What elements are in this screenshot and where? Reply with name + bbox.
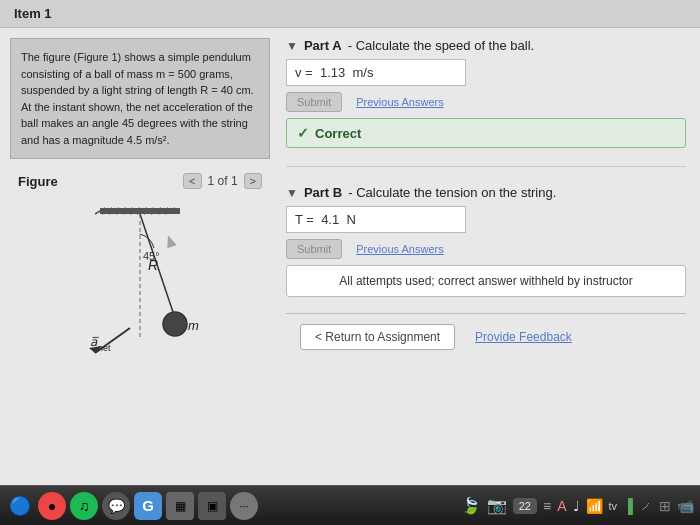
all-attempts-label: All attempts used; correct answer withhe…	[339, 274, 632, 288]
taskbar-icon-menu1: ≡	[543, 498, 551, 514]
taskbar: 🔵 ● ♫ 💬 G ▦ ▣ ··· 🍃 📷 22 ≡ A ♩ 📶 tv ▐ ⟋ …	[0, 485, 700, 525]
figure-nav-current: 1 of 1	[208, 174, 238, 188]
figure-area: Figure < 1 of 1 >	[10, 169, 270, 475]
taskbar-icon-a: A	[557, 498, 566, 514]
taskbar-icon-wifi: 📶	[586, 498, 603, 514]
content-area: The figure (Figure 1) shows a simple pen…	[0, 28, 700, 485]
part-a-description: - Calculate the speed of the ball.	[348, 38, 534, 53]
return-to-assignment-btn[interactable]: < Return to Assignment	[300, 324, 455, 350]
taskbar-icon-chrome[interactable]: ●	[38, 492, 66, 520]
part-b-arrow: ▼	[286, 186, 298, 200]
part-a-prev-answers-link[interactable]: Previous Answers	[356, 96, 443, 108]
section-divider	[286, 166, 686, 167]
part-b-answer-input[interactable]	[286, 206, 466, 233]
taskbar-icon-leaf: 🍃	[461, 496, 481, 515]
taskbar-right: 🍃 📷 22 ≡ A ♩ 📶 tv ▐ ⟋ ⊞ 📹	[461, 496, 694, 515]
part-a-section: ▼ Part A - Calculate the speed of the ba…	[286, 38, 686, 148]
taskbar-icon-slash: ⟋	[639, 498, 653, 514]
taskbar-icon-apps1[interactable]: ▦	[166, 492, 194, 520]
problem-text: The figure (Figure 1) shows a simple pen…	[10, 38, 270, 159]
svg-rect-0	[100, 208, 180, 214]
taskbar-icon-apps2[interactable]: ▣	[198, 492, 226, 520]
part-a-arrow: ▼	[286, 39, 298, 53]
figure-nav: < 1 of 1 >	[183, 173, 262, 189]
svg-point-16	[163, 312, 187, 336]
taskbar-icon-bars: ▐	[623, 498, 633, 514]
part-b-section: ▼ Part B - Calculate the tension on the …	[286, 185, 686, 297]
part-b-description: - Calculate the tension on the string.	[348, 185, 556, 200]
svg-text:m: m	[188, 318, 199, 333]
item-label: Item 1	[14, 6, 52, 21]
provide-feedback-link[interactable]: Provide Feedback	[475, 330, 572, 344]
part-a-submit-btn[interactable]: Submit	[286, 92, 342, 112]
figure-prev-btn[interactable]: <	[183, 173, 201, 189]
part-b-submit-btn[interactable]: Submit	[286, 239, 342, 259]
part-a-answer-row	[286, 59, 686, 86]
part-b-title: Part B	[304, 185, 342, 200]
taskbar-icon-messages[interactable]: 💬	[102, 492, 130, 520]
figure-label: Figure	[18, 174, 58, 189]
taskbar-icon-camera2: 📹	[677, 498, 694, 514]
left-panel: The figure (Figure 1) shows a simple pen…	[10, 38, 270, 475]
part-b-submit-row: Submit Previous Answers	[286, 239, 686, 259]
svg-text:45°: 45°	[143, 250, 160, 262]
svg-text:net: net	[98, 343, 111, 353]
taskbar-icon-photo: 📷	[487, 496, 507, 515]
all-attempts-banner: All attempts used; correct answer withhe…	[286, 265, 686, 297]
part-a-header: ▼ Part A - Calculate the speed of the ba…	[286, 38, 686, 53]
figure-label-row: Figure < 1 of 1 >	[10, 169, 270, 193]
main-content: Item 1 The figure (Figure 1) shows a sim…	[0, 0, 700, 485]
part-a-submit-row: Submit Previous Answers	[286, 92, 686, 112]
correct-label: Correct	[315, 126, 361, 141]
taskbar-icon-music: ♩	[573, 498, 580, 514]
part-b-answer-row	[286, 206, 686, 233]
correct-check-icon: ✓	[297, 125, 309, 141]
action-row: < Return to Assignment Provide Feedback	[286, 313, 686, 360]
part-a-answer-input[interactable]	[286, 59, 466, 86]
taskbar-icon-spotify[interactable]: ♫	[70, 492, 98, 520]
pendulum-diagram: R 45° m a̅ net	[40, 198, 240, 378]
item-header: Item 1	[0, 0, 700, 28]
part-b-prev-answers-link[interactable]: Previous Answers	[356, 243, 443, 255]
taskbar-icon-finder[interactable]: 🔵	[6, 492, 34, 520]
taskbar-icon-g[interactable]: G	[134, 492, 162, 520]
figure-next-btn[interactable]: >	[244, 173, 262, 189]
taskbar-icon-tv: tv	[609, 500, 618, 512]
taskbar-icon-dots[interactable]: ···	[230, 492, 258, 520]
part-a-title: Part A	[304, 38, 342, 53]
part-b-header: ▼ Part B - Calculate the tension on the …	[286, 185, 686, 200]
right-panel: ▼ Part A - Calculate the speed of the ba…	[282, 38, 690, 475]
correct-banner: ✓ Correct	[286, 118, 686, 148]
taskbar-icon-square: ⊞	[659, 498, 671, 514]
taskbar-date: 22	[513, 498, 537, 514]
